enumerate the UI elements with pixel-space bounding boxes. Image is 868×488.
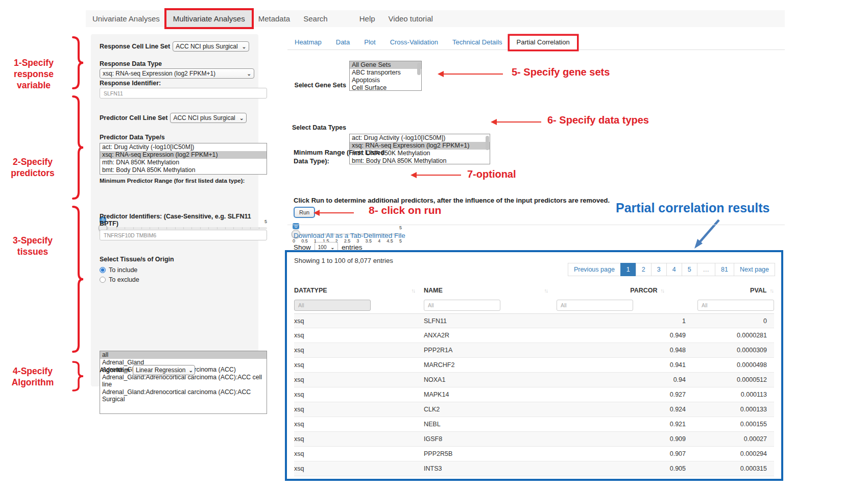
brace-step3 xyxy=(70,205,86,353)
column-header-name[interactable]: NAME↑↓ xyxy=(424,287,557,294)
algorithm-select[interactable]: Linear Regression⌄ xyxy=(133,365,195,375)
data-types-label: Select Data Types xyxy=(286,124,346,131)
list-item[interactable]: act: Drug Activity (-log10[IC50M]) xyxy=(350,134,490,142)
table-row[interactable]: xsqNEBL0.9210.000155 xyxy=(294,417,774,432)
predictor-identifiers-label: Predictor Identifiers: (Case-Sensitive, … xyxy=(100,213,254,227)
nav-item-multivariate-analyses[interactable]: Multivariate Analyses xyxy=(166,10,252,27)
annotation-step7: 7-optional xyxy=(467,168,516,180)
gene-sets-label: Select Gene Sets xyxy=(286,82,346,89)
scrollbar[interactable] xyxy=(486,136,489,150)
algorithm-label: Algorithm xyxy=(100,367,130,374)
min-predictor-range-label: Minimum Predictor Range (for first liste… xyxy=(100,178,254,184)
column-header-parcor[interactable]: PARCOR↑↓ xyxy=(557,287,692,294)
list-item[interactable]: Cell Surface xyxy=(350,84,421,91)
column-header-datatype[interactable]: DATATYPE↑↓ xyxy=(294,287,424,294)
showing-entries-text: Showing 1 to 100 of 8,077 entries xyxy=(294,257,393,264)
nav-item-help[interactable]: Help xyxy=(353,10,382,27)
radio-unselected-icon[interactable] xyxy=(100,277,106,283)
response-cell-line-set-label: Response Cell Line Set xyxy=(100,43,170,50)
slider-max-label: 5 xyxy=(264,219,267,224)
list-item[interactable]: ABC transporters xyxy=(350,69,421,77)
nav-item-search[interactable]: Search xyxy=(297,10,334,27)
list-item[interactable]: Adrenal_Gland:Adrenocortical carcinoma (… xyxy=(100,388,267,403)
sort-icon[interactable]: ↑↓ xyxy=(412,287,415,294)
page-button-4[interactable]: 4 xyxy=(666,263,682,276)
list-item[interactable]: all xyxy=(100,351,267,359)
table-row[interactable]: xsqMARCHF20.9410.0000498 xyxy=(294,358,774,373)
chevron-down-icon: ⌄ xyxy=(239,115,244,121)
table-row[interactable]: xsqCLK20.9240.000133 xyxy=(294,402,774,417)
table-row[interactable]: xsqSLFN1110 xyxy=(294,313,774,328)
list-item[interactable]: Adrenal_Gland:Adrenocortical carcinoma (… xyxy=(100,374,267,388)
brace-step1 xyxy=(70,36,86,90)
table-row[interactable]: xsqMAPK140.9270.000113 xyxy=(294,387,774,402)
annotation-step1: 1-Specify response variable xyxy=(5,57,62,91)
parcor-filter-input[interactable] xyxy=(557,300,633,311)
chevron-down-icon: ⌄ xyxy=(247,71,251,77)
red-arrow-data-types xyxy=(496,121,541,123)
tissue-listbox: all Adrenal_Gland Adrenal_Gland:Adrenoco… xyxy=(100,351,267,414)
run-button[interactable]: Run xyxy=(294,207,315,218)
list-item[interactable]: act: Drug Activity (-log10[IC50M]) xyxy=(100,143,267,151)
sort-icon[interactable]: ↑↓ xyxy=(661,287,664,294)
response-cell-line-set-select[interactable]: ACC NCI plus Surgical⌄ xyxy=(173,41,249,52)
list-item[interactable]: xsq: RNA-seq Expression (log2 FPKM+1) xyxy=(100,151,267,159)
previous-page-button[interactable]: Previous page xyxy=(568,263,621,276)
column-header-pval[interactable]: PVAL↑↓ xyxy=(692,287,774,294)
scrollbar[interactable] xyxy=(417,63,421,75)
red-arrow-optional xyxy=(416,175,461,176)
table-row[interactable]: xsqINTS30.9050.000315 xyxy=(294,461,774,476)
tab-technical-details[interactable]: Technical Details xyxy=(445,36,510,50)
list-item[interactable]: mth: DNA 850K Methylation xyxy=(100,159,267,166)
page-button-3[interactable]: 3 xyxy=(651,263,667,276)
results-tabs: Heatmap Data Plot Cross-Validation Techn… xyxy=(287,36,785,50)
nav-item-metadata[interactable]: Metadata xyxy=(252,10,297,27)
pval-filter-input[interactable] xyxy=(697,300,774,311)
table-header-row: DATATYPE↑↓ NAME↑↓ PARCOR↑↓ PVAL↑↓ xyxy=(294,284,774,297)
tissue-include-radio[interactable]: To include xyxy=(100,266,254,274)
tab-heatmap[interactable]: Heatmap xyxy=(287,36,329,50)
download-all-link[interactable]: Download All as a Tab-Delimited File xyxy=(294,232,405,239)
chevron-down-icon: ⌄ xyxy=(330,245,334,250)
table-row[interactable]: xsqIGSF80.9090.00027 xyxy=(294,432,774,447)
list-item[interactable]: bmt: Body DNA 850K Methylation xyxy=(100,166,267,174)
response-data-type-select[interactable]: xsq: RNA-seq Expression (log2 FPKM+1)⌄ xyxy=(100,68,254,79)
next-page-button[interactable]: Next page xyxy=(734,263,775,276)
nav-item-video-tutorial[interactable]: Video tutorial xyxy=(382,10,440,27)
chevron-down-icon: ⌄ xyxy=(188,368,192,373)
slider-track[interactable] xyxy=(100,227,267,229)
page-button-5[interactable]: 5 xyxy=(682,263,697,276)
page-button-81[interactable]: 81 xyxy=(715,263,734,276)
tissue-exclude-radio[interactable]: To exclude xyxy=(100,276,254,283)
table-filter-row xyxy=(294,299,774,311)
tab-partial-correlation[interactable]: Partial Correlation xyxy=(510,36,577,50)
chevron-down-icon: ⌄ xyxy=(242,44,246,50)
annotation-step4: 4-Specify Algorithm xyxy=(3,365,62,388)
radio-selected-icon[interactable] xyxy=(100,267,106,273)
partial-correlation-results-panel: Showing 1 to 100 of 8,077 entries Previo… xyxy=(285,250,783,481)
list-item[interactable]: All Gene Sets xyxy=(350,61,421,69)
tab-plot[interactable]: Plot xyxy=(357,36,382,50)
sort-icon[interactable]: ↑↓ xyxy=(770,287,774,294)
table-row[interactable]: xsqPPP2R1A0.9480.0000309 xyxy=(294,343,774,358)
list-item[interactable]: Apoptosis xyxy=(350,77,421,84)
nav-item-univariate-analyses[interactable]: Univariate Analyses xyxy=(86,10,166,27)
annotation-step6: 6- Specify data types xyxy=(547,114,649,126)
table-body: xsqSLFN1110 xsqANXA2R0.9490.0000281 xsqP… xyxy=(294,313,774,476)
predictor-cell-line-set-select[interactable]: ACC NCI plus Surgical⌄ xyxy=(170,113,247,123)
tab-data[interactable]: Data xyxy=(329,36,357,50)
table-row[interactable]: xsqPPP2R5B0.9070.000294 xyxy=(294,447,774,461)
red-arrow-gene-sets xyxy=(443,74,503,75)
page-button-2[interactable]: 2 xyxy=(636,263,652,276)
sort-icon[interactable]: ↑↓ xyxy=(544,287,548,294)
tab-cross-validation[interactable]: Cross-Validation xyxy=(383,36,445,50)
datatype-filter-input[interactable] xyxy=(294,300,371,311)
table-row[interactable]: xsqNOXA10.940.0000512 xyxy=(294,373,774,387)
page-button-1[interactable]: 1 xyxy=(620,263,636,276)
table-row[interactable]: xsqANXA2R0.9490.0000281 xyxy=(294,328,774,343)
response-identifier-input[interactable] xyxy=(100,88,267,99)
name-filter-input[interactable] xyxy=(424,300,500,311)
predictor-identifiers-input[interactable] xyxy=(100,230,267,240)
annotation-step5: 5- Specify gene sets xyxy=(512,66,610,78)
annotation-step2: 2-Specify predictors xyxy=(3,156,62,179)
